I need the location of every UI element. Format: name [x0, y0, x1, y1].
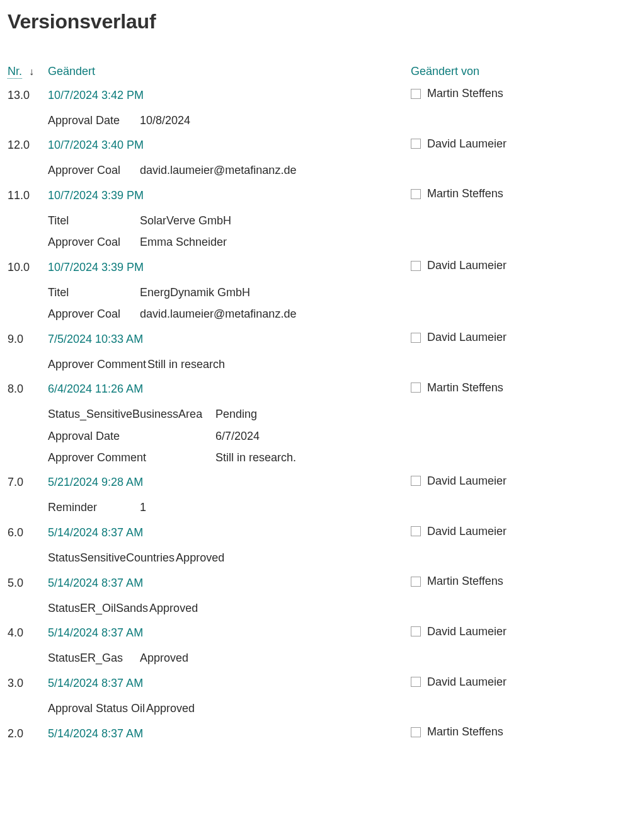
field-value: Pending — [215, 403, 257, 425]
user-name: David Laumeier — [427, 525, 507, 538]
version-datetime-link[interactable]: 5/14/2024 8:37 AM — [48, 526, 143, 539]
version-number: 4.0 — [8, 626, 48, 640]
field-label: Approver Coal — [48, 303, 140, 325]
version-number: 6.0 — [8, 526, 48, 539]
version-details: StatusER_Gas Approved — [8, 647, 622, 669]
field-label: StatusER_Gas — [48, 647, 140, 669]
version-row: 12.010/7/2024 3:40 PMDavid Laumeier — [8, 137, 622, 152]
version-datetime-link[interactable]: 5/14/2024 8:37 AM — [48, 727, 143, 740]
version-user: David Laumeier — [411, 259, 622, 272]
field-value: SolarVerve GmbH — [140, 210, 231, 231]
field-label: Approver Comment — [48, 354, 146, 375]
version-details: Approval Date 10/8/2024 — [8, 110, 622, 131]
user-presence-icon — [411, 189, 421, 199]
user-presence-icon — [411, 526, 421, 536]
version-row: 10.010/7/2024 3:39 PMDavid Laumeier — [8, 259, 622, 274]
version-number: 3.0 — [8, 677, 48, 690]
field-label: Approver Comment — [48, 447, 215, 468]
version-details: Status_SensitiveBusinessArea PendingAppr… — [8, 403, 622, 468]
version-datetime-link[interactable]: 5/14/2024 8:37 AM — [48, 626, 143, 639]
field-row: StatusER_Gas Approved — [48, 647, 622, 669]
user-name: David Laumeier — [427, 475, 507, 488]
field-row: Approver Coal Emma Schneider — [48, 231, 622, 253]
user-presence-icon — [411, 626, 421, 636]
user-presence-icon — [411, 89, 421, 99]
field-row: Status_SensitiveBusinessArea Pending — [48, 403, 622, 425]
version-datetime-link[interactable]: 10/7/2024 3:40 PM — [48, 139, 144, 151]
version-details: Titel EnergDynamik GmbHApprover Coal dav… — [8, 282, 622, 325]
version-datetime-link[interactable]: 7/5/2024 10:33 AM — [48, 333, 143, 345]
version-number: 8.0 — [8, 383, 48, 396]
field-value: Approved — [176, 547, 224, 568]
version-datetime-link[interactable]: 5/14/2024 8:37 AM — [48, 677, 143, 689]
version-datetime-link[interactable]: 10/7/2024 3:39 PM — [48, 261, 144, 273]
field-value: Still in research — [147, 354, 225, 375]
version-datetime-link[interactable]: 10/7/2024 3:42 PM — [48, 89, 144, 101]
user-name: Martin Steffens — [427, 187, 503, 200]
version-number: 11.0 — [8, 189, 48, 202]
sort-desc-icon: ↓ — [29, 66, 34, 78]
version-user: David Laumeier — [411, 525, 622, 538]
version-user: David Laumeier — [411, 137, 622, 151]
version-datetime-link[interactable]: 5/14/2024 8:37 AM — [48, 577, 143, 589]
field-row: Approver Coal david.laumeier@metafinanz.… — [48, 159, 622, 181]
column-header-nr[interactable]: Nr. — [8, 65, 22, 79]
field-row: Approval Date 6/7/2024 — [48, 425, 622, 447]
version-details: StatusSensitiveCountries Approved — [8, 547, 622, 568]
field-label: Titel — [48, 282, 140, 303]
field-label: Titel — [48, 210, 140, 231]
field-value: 6/7/2024 — [215, 425, 260, 447]
version-number: 9.0 — [8, 333, 48, 346]
user-name: Martin Steffens — [427, 87, 503, 100]
field-value: david.laumeier@metafinanz.de — [140, 303, 296, 325]
version-details: Approver Coal david.laumeier@metafinanz.… — [8, 159, 622, 181]
version-user: Martin Steffens — [411, 87, 622, 100]
version-user: David Laumeier — [411, 331, 622, 344]
version-details: Reminder 1 — [8, 497, 622, 518]
version-row: 4.05/14/2024 8:37 AMDavid Laumeier — [8, 625, 622, 640]
version-user: Martin Steffens — [411, 575, 622, 588]
field-row: Approver Coal david.laumeier@metafinanz.… — [48, 303, 622, 325]
user-presence-icon — [411, 577, 421, 587]
version-number: 10.0 — [8, 261, 48, 274]
user-presence-icon — [411, 677, 421, 687]
field-row: Titel EnergDynamik GmbH — [48, 282, 622, 303]
user-presence-icon — [411, 261, 421, 271]
version-details: Approver Comment Still in research — [8, 354, 622, 375]
field-row: Approver Comment Still in research — [48, 354, 622, 375]
version-user: Martin Steffens — [411, 725, 622, 739]
field-value: Emma Schneider — [140, 231, 227, 253]
field-label: Approval Date — [48, 425, 215, 447]
version-number: 7.0 — [8, 476, 48, 489]
field-row: Reminder 1 — [48, 497, 622, 518]
version-datetime-link[interactable]: 6/4/2024 11:26 AM — [48, 383, 143, 395]
field-row: Titel SolarVerve GmbH — [48, 210, 622, 231]
user-name: David Laumeier — [427, 676, 507, 689]
column-header-modified-by[interactable]: Geändert von — [411, 65, 622, 78]
column-header-modified[interactable]: Geändert — [48, 65, 411, 78]
field-row: StatusSensitiveCountries Approved — [48, 547, 622, 568]
version-datetime-link[interactable]: 5/21/2024 9:28 AM — [48, 476, 143, 488]
field-label: Approval Date — [48, 110, 140, 131]
user-name: Martin Steffens — [427, 725, 503, 739]
user-presence-icon — [411, 383, 421, 393]
version-number: 5.0 — [8, 577, 48, 590]
version-row: 7.05/21/2024 9:28 AMDavid Laumeier — [8, 475, 622, 490]
field-value: Still in research. — [215, 447, 296, 468]
user-name: David Laumeier — [427, 625, 507, 638]
version-datetime-link[interactable]: 10/7/2024 3:39 PM — [48, 189, 144, 202]
field-value: 10/8/2024 — [140, 110, 190, 131]
field-label: StatusER_OilSands — [48, 597, 148, 619]
user-name: David Laumeier — [427, 331, 507, 344]
field-value: Approved — [146, 698, 195, 719]
version-row: 3.05/14/2024 8:37 AMDavid Laumeier — [8, 676, 622, 691]
version-row: 6.05/14/2024 8:37 AMDavid Laumeier — [8, 525, 622, 540]
field-value: david.laumeier@metafinanz.de — [140, 159, 296, 181]
user-name: Martin Steffens — [427, 381, 503, 394]
user-name: Martin Steffens — [427, 575, 503, 588]
version-row: 11.010/7/2024 3:39 PMMartin Steffens — [8, 187, 622, 202]
version-row: 8.06/4/2024 11:26 AMMartin Steffens — [8, 381, 622, 396]
field-label: Reminder — [48, 497, 140, 518]
version-user: Martin Steffens — [411, 187, 622, 200]
field-value: Approved — [140, 647, 188, 669]
